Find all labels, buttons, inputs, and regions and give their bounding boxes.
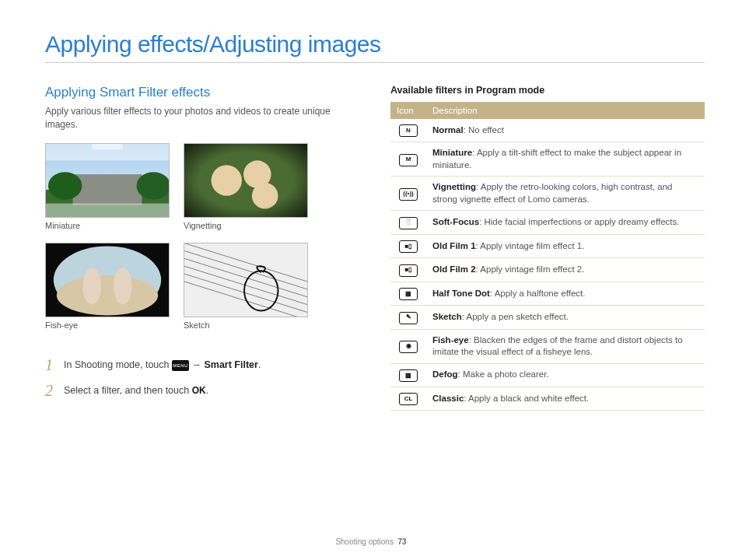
step-number: 2 bbox=[45, 382, 56, 400]
step-text: Select a filter, and then touch OK. bbox=[64, 385, 208, 396]
filters-table-title: Available filters in Program mode bbox=[390, 85, 705, 96]
table-header-icon: Icon bbox=[390, 102, 426, 119]
filter-icon-cell: M bbox=[390, 142, 426, 177]
svg-point-6 bbox=[48, 172, 82, 200]
thumb-miniature bbox=[45, 143, 170, 218]
step-2: 2 Select a filter, and then touch OK. bbox=[45, 382, 356, 400]
table-row: CLClassic: Apply a black and white effec… bbox=[390, 387, 705, 410]
filter-icon-cell: ■▯ bbox=[390, 234, 426, 257]
table-row: MMiniature: Apply a tilt-shift effect to… bbox=[390, 142, 705, 177]
filter-desc-cell: Sketch: Apply a pen sketch effect. bbox=[426, 306, 705, 329]
filter-icon: ((•)) bbox=[399, 188, 418, 201]
filter-icon: ░ bbox=[399, 217, 418, 229]
filter-icon-cell: ((•)) bbox=[390, 177, 426, 211]
filter-desc-cell: Old Film 1: Apply vintage film effect 1. bbox=[426, 234, 705, 257]
svg-point-15 bbox=[57, 275, 158, 315]
page-number: 73 bbox=[397, 537, 406, 546]
filter-desc-cell: Soft-Focus: Hide facial imperfections or… bbox=[426, 211, 705, 234]
svg-point-17 bbox=[114, 268, 132, 304]
svg-rect-4 bbox=[46, 143, 169, 160]
svg-rect-5 bbox=[46, 203, 169, 217]
table-row: ■▯Old Film 1: Apply vintage film effect … bbox=[390, 234, 705, 257]
menu-icon: MENU bbox=[172, 360, 189, 371]
table-row: ✎Sketch: Apply a pen sketch effect. bbox=[390, 306, 705, 329]
filter-icon: ▦ bbox=[399, 288, 418, 300]
filter-icon-cell: ✎ bbox=[390, 306, 426, 329]
svg-point-7 bbox=[137, 172, 169, 200]
filter-desc-cell: Miniature: Apply a tilt-shift effect to … bbox=[426, 142, 705, 177]
filter-icon-cell: ◉ bbox=[390, 329, 426, 363]
filter-desc-cell: Normal: No effect bbox=[426, 119, 705, 142]
section-intro: Apply various filter effects to your pho… bbox=[45, 105, 356, 132]
table-row: ░Soft-Focus: Hide facial imperfections o… bbox=[390, 211, 705, 234]
thumb-vignetting bbox=[184, 143, 308, 218]
filter-icon-cell: N bbox=[390, 119, 426, 142]
thumb-caption: Sketch bbox=[184, 320, 308, 330]
page-footer: Shooting options 73 bbox=[0, 537, 742, 546]
filter-desc-cell: Fish-eye: Blacken the edges of the frame… bbox=[426, 329, 705, 363]
table-row: NNormal: No effect bbox=[390, 119, 705, 142]
svg-rect-18 bbox=[184, 243, 307, 317]
table-row: ((•))Vignetting: Apply the retro-looking… bbox=[390, 177, 705, 211]
step-1: 1 In Shooting mode, touch MENU → Smart F… bbox=[45, 356, 356, 374]
svg-point-16 bbox=[82, 268, 101, 304]
filter-icon-cell: CL bbox=[390, 387, 426, 410]
filter-icon: M bbox=[399, 154, 418, 166]
thumbnail-grid: Miniature Vignetting bbox=[45, 143, 356, 339]
thumb-sketch bbox=[184, 243, 308, 317]
page-title: Applying effects/Adjusting images bbox=[45, 31, 705, 63]
filters-table: Icon Description NNormal: No effectMMini… bbox=[390, 102, 705, 411]
table-row: ▩Defog: Make a photo clearer. bbox=[390, 363, 705, 387]
filter-icon: N bbox=[399, 124, 418, 137]
table-row: ◉Fish-eye: Blacken the edges of the fram… bbox=[390, 329, 705, 363]
thumb-fisheye bbox=[45, 243, 170, 317]
step-text: In Shooting mode, touch MENU → Smart Fil… bbox=[64, 359, 261, 371]
thumb-caption: Fish-eye bbox=[45, 320, 170, 330]
filter-icon: ▩ bbox=[399, 369, 418, 382]
section-subhead: Applying Smart Filter effects bbox=[45, 85, 356, 100]
filter-desc-cell: Defog: Make a photo clearer. bbox=[426, 363, 705, 387]
step-number: 1 bbox=[45, 356, 56, 374]
table-header-desc: Description bbox=[426, 102, 705, 119]
thumb-caption: Vignetting bbox=[184, 221, 308, 230]
filter-icon: ■▯ bbox=[399, 240, 418, 253]
footer-section: Shooting options bbox=[335, 537, 394, 546]
filter-icon-cell: ▩ bbox=[390, 363, 426, 387]
svg-rect-12 bbox=[184, 143, 307, 217]
filter-desc-cell: Old Film 2: Apply vintage film effect 2. bbox=[426, 258, 705, 282]
ok-icon: OK bbox=[192, 385, 206, 396]
table-row: ■▯Old Film 2: Apply vintage film effect … bbox=[390, 258, 705, 282]
filter-desc-cell: Half Tone Dot: Apply a halftone effect. bbox=[426, 282, 705, 305]
steps-list: 1 In Shooting mode, touch MENU → Smart F… bbox=[45, 356, 356, 400]
filter-desc-cell: Classic: Apply a black and white effect. bbox=[426, 387, 705, 410]
filter-icon: ■▯ bbox=[399, 264, 418, 277]
filter-icon: ✎ bbox=[399, 312, 418, 324]
filter-icon: ◉ bbox=[399, 341, 418, 353]
svg-rect-2 bbox=[73, 174, 142, 205]
right-column: Available filters in Program mode Icon D… bbox=[390, 85, 705, 411]
filter-icon: CL bbox=[399, 393, 418, 405]
table-row: ▦Half Tone Dot: Apply a halftone effect. bbox=[390, 282, 705, 305]
filter-icon-cell: ▦ bbox=[390, 282, 426, 305]
filter-desc-cell: Vignetting: Apply the retro-looking colo… bbox=[426, 177, 705, 211]
filter-icon-cell: ■▯ bbox=[390, 258, 426, 282]
filter-icon-cell: ░ bbox=[390, 211, 426, 234]
left-column: Applying Smart Filter effects Apply vari… bbox=[45, 85, 356, 411]
thumb-caption: Miniature bbox=[45, 221, 170, 230]
